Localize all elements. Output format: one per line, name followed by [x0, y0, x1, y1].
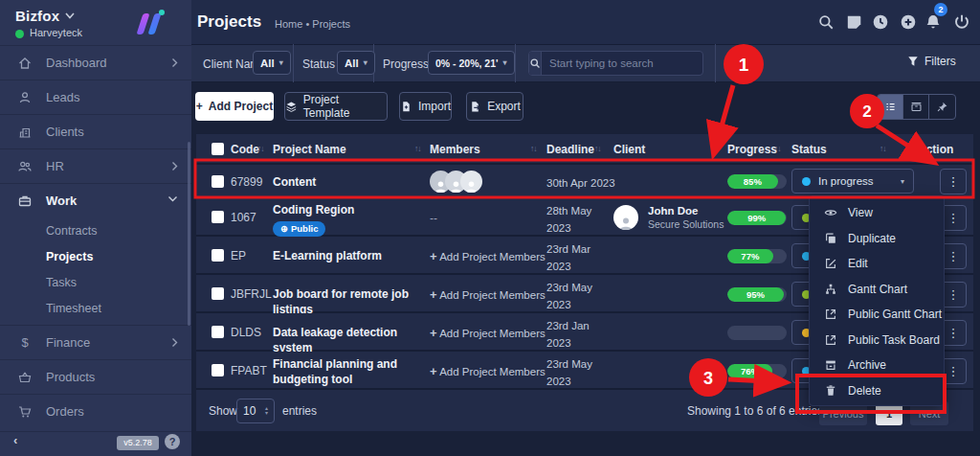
column-header-code[interactable]: Code	[231, 143, 259, 156]
sort-icon[interactable]: ↑↓	[530, 144, 537, 153]
sidebar-item-projects[interactable]: Projects	[46, 250, 189, 276]
project-name[interactable]: Content	[273, 175, 428, 191]
export-button[interactable]: Export	[466, 92, 523, 121]
status-select[interactable]: In progress ▾	[791, 169, 914, 194]
table-row[interactable]: 67899 Content 30th Apr 2023 85% In progr…	[196, 165, 973, 198]
breadcrumb[interactable]: Home • Projects	[275, 18, 350, 30]
note-icon[interactable]	[845, 13, 862, 31]
project-name[interactable]: E-Learning platform	[273, 249, 428, 264]
progress-value: 85%	[744, 176, 762, 187]
sidebar-item-timesheet[interactable]: Timesheet	[46, 302, 189, 328]
sidebar-item-finance[interactable]: $ Finance	[0, 325, 191, 359]
menu-item-view[interactable]: View	[810, 200, 944, 226]
share-icon	[824, 308, 837, 321]
project-name[interactable]: Coding Region ⊕Public	[273, 203, 428, 237]
menu-label: View	[848, 206, 873, 219]
page-size-select[interactable]: 10▴▾	[236, 399, 275, 423]
account-name: Harveyteck	[30, 27, 82, 38]
client-name: John Doe	[648, 205, 698, 217]
power-icon[interactable]	[953, 13, 970, 31]
notification-badge: 2	[934, 3, 947, 16]
project-code: DLDS	[231, 326, 261, 339]
row-actions-menu: View Duplicate Edit Gantt Chart Public G…	[809, 195, 945, 406]
sidebar-item-tasks[interactable]: Tasks	[46, 276, 189, 302]
menu-item-gantt-chart[interactable]: Gantt Chart	[810, 277, 944, 303]
caret-down-icon: ▾	[279, 58, 283, 67]
column-header-deadline[interactable]: Deadline	[546, 143, 594, 156]
status-filter-select[interactable]: All▾	[337, 51, 375, 75]
menu-item-delete[interactable]: Delete	[810, 378, 944, 404]
cart-icon	[17, 404, 33, 420]
column-header-members[interactable]: Members	[430, 143, 480, 156]
sidebar-footer	[0, 431, 191, 456]
row-checkbox[interactable]	[212, 211, 224, 223]
sort-icon[interactable]: ↑↓	[594, 144, 601, 153]
show-label: Show	[209, 404, 237, 418]
column-header-name[interactable]: Project Name	[273, 143, 346, 156]
add-members-link[interactable]: + Add Project Members	[430, 364, 546, 378]
archive-view-toggle[interactable]	[903, 95, 929, 119]
progress-filter-select[interactable]: 0% - 20%, 21'▾	[428, 51, 515, 75]
sidebar-item-clients[interactable]: Clients	[0, 114, 191, 148]
row-checkbox[interactable]	[212, 249, 224, 262]
search-input[interactable]	[542, 52, 703, 75]
menu-item-public-gantt-chart[interactable]: Public Gantt Chart	[810, 302, 944, 328]
sort-icon[interactable]: ↑↓	[711, 144, 718, 153]
client-filter-select[interactable]: All▾	[253, 51, 291, 75]
filters-button[interactable]: Filters	[907, 55, 956, 68]
column-header-progress[interactable]: Progress	[727, 143, 777, 156]
sort-icon[interactable]: ↑↓	[774, 144, 781, 153]
menu-item-edit[interactable]: Edit	[810, 251, 944, 277]
sidebar-item-contracts[interactable]: Contracts	[46, 224, 189, 250]
sidebar-label: HR	[46, 159, 64, 173]
sort-icon[interactable]: ↑↓	[880, 144, 886, 153]
sidebar-item-hr[interactable]: HR	[0, 148, 191, 183]
sidebar-item-leads[interactable]: Leads	[0, 80, 191, 114]
project-name[interactable]: Financial planning and budgeting tool	[273, 357, 428, 387]
row-actions-button[interactable]: ⋮	[940, 169, 967, 194]
progress-filter-label: Progress	[383, 57, 429, 71]
sidebar-item-work[interactable]: Work	[0, 183, 191, 217]
entries-summary: Showing 1 to 6 of 6 entries	[687, 404, 823, 418]
row-checkbox[interactable]	[212, 326, 224, 338]
list-view-toggle[interactable]	[878, 95, 903, 119]
search-icon[interactable]	[817, 13, 835, 31]
menu-item-public-task-board[interactable]: Public Task Board	[810, 328, 944, 353]
sidebar-item-dashboard[interactable]: Dashboard	[0, 45, 191, 80]
project-code: JBFRJL	[231, 287, 272, 301]
pin-view-toggle[interactable]	[929, 95, 955, 119]
column-header-action: Action	[918, 143, 953, 156]
member-avatars[interactable]	[430, 171, 482, 193]
sidebar-collapse-chevron[interactable]: ‹	[13, 433, 17, 447]
sort-icon[interactable]: ↑↓	[414, 144, 421, 153]
select-all-checkbox[interactable]	[212, 143, 224, 155]
app-root: Bizfox Harveyteck Dashboard Leads Client…	[0, 0, 980, 456]
add-members-link[interactable]: + Add Project Members	[430, 287, 546, 302]
column-header-client[interactable]: Client	[613, 143, 645, 156]
import-button[interactable]: Import	[399, 92, 452, 121]
sidebar-label: Dashboard	[46, 56, 107, 70]
row-checkbox[interactable]	[212, 364, 224, 376]
brand-name[interactable]: Bizfox	[15, 8, 59, 24]
plus-circle-icon[interactable]	[900, 13, 917, 31]
add-members-link[interactable]: + Add Project Members	[430, 249, 546, 263]
help-icon[interactable]: ?	[165, 434, 180, 449]
project-template-button[interactable]: Project Template	[284, 92, 388, 121]
sidebar-scrollbar[interactable]	[188, 142, 190, 326]
sort-icon[interactable]: ↑↓	[257, 144, 264, 153]
progress-filter-value: 0% - 20%, 21'	[435, 57, 499, 69]
globe-icon: ⊕	[280, 223, 288, 235]
sidebar-item-orders[interactable]: Orders	[0, 394, 191, 428]
column-header-status[interactable]: Status	[791, 143, 827, 156]
clock-icon[interactable]	[872, 13, 889, 31]
row-checkbox[interactable]	[212, 175, 224, 188]
page-title: Projects	[197, 12, 261, 32]
row-checkbox[interactable]	[212, 287, 224, 300]
menu-item-duplicate[interactable]: Duplicate	[810, 226, 944, 252]
add-project-button[interactable]: +Add Project	[195, 92, 274, 121]
menu-item-archive[interactable]: Archive	[810, 353, 944, 378]
search-icon	[529, 52, 542, 75]
sidebar-item-products[interactable]: Products	[0, 359, 191, 394]
online-status-dot	[15, 30, 24, 38]
add-members-link[interactable]: + Add Project Members	[430, 326, 546, 340]
